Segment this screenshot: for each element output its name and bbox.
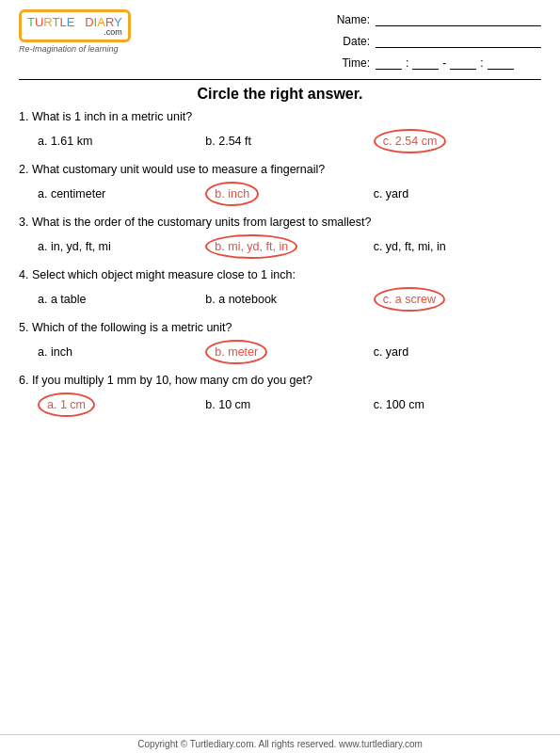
question-1-option-a: a. 1.61 km [38, 135, 205, 148]
question-5-options: a. inchb. meterc. yard [19, 340, 541, 364]
question-3-text: 3. What is the order of the customary un… [19, 216, 541, 229]
option-label-1-a: a. 1.61 km [38, 135, 92, 148]
circled-answer-1: c. 2.54 cm [374, 129, 447, 153]
question-5-text: 5. Which of the following is a metric un… [19, 321, 541, 334]
date-row: Date: [334, 31, 541, 53]
question-4-option-c: c. a screw [374, 287, 541, 312]
time-blank-1 [376, 56, 402, 70]
question-5-option-c: c. yard [374, 345, 541, 359]
question-2-options: a. centimeterb. inchc. yard [19, 182, 541, 206]
option-label-5-c: c. yard [374, 345, 409, 359]
question-2: 2. What customary unit would use to meas… [19, 163, 541, 206]
option-label-3-c: c. yd, ft, mi, in [374, 240, 446, 253]
question-6-options: a. 1 cmb. 10 cmc. 100 cm [19, 393, 541, 417]
question-4-option-a: a. a table [38, 293, 205, 306]
date-label: Date: [334, 31, 370, 53]
header-divider [19, 79, 541, 80]
logo-tagline: Re-Imagination of learning [19, 44, 169, 54]
name-fields: Name: Date: Time: : - : [334, 9, 541, 73]
option-label-2-c: c. yard [374, 187, 409, 200]
question-6-option-c: c. 100 cm [374, 398, 541, 411]
question-1: 1. What is 1 inch in a metric unit?a. 1.… [19, 110, 541, 153]
question-6-option-b: b. 10 cm [205, 398, 373, 411]
question-4-options: a. a tableb. a notebookc. a screw [19, 287, 541, 312]
question-5-option-b: b. meter [205, 340, 373, 364]
question-6: 6. If you multiply 1 mm by 10, how many … [19, 374, 541, 417]
option-label-4-a: a. a table [38, 293, 86, 306]
question-3-options: a. in, yd, ft, mib. mi, yd, ft, inc. yd,… [19, 234, 541, 259]
question-2-option-c: c. yard [374, 187, 541, 200]
question-1-text: 1. What is 1 inch in a metric unit? [19, 110, 541, 123]
logo-area: TURTLE DIARY .com Re-Imagination of lear… [19, 9, 169, 54]
question-6-text: 6. If you multiply 1 mm by 10, how many … [19, 374, 541, 387]
option-label-3-a: a. in, yd, ft, mi [38, 240, 111, 253]
question-4: 4. Select which object might measure clo… [19, 268, 541, 312]
question-1-option-c: c. 2.54 cm [374, 129, 541, 153]
date-line [376, 35, 541, 48]
question-6-option-a: a. 1 cm [38, 393, 205, 417]
option-label-4-b: b. a notebook [205, 293, 277, 306]
time-row: Time: : - : [334, 53, 541, 74]
option-label-2-a: a. centimeter [38, 187, 105, 200]
question-1-option-b: b. 2.54 ft [205, 135, 373, 148]
question-5: 5. Which of the following is a metric un… [19, 321, 541, 364]
circled-answer-4: c. a screw [374, 287, 445, 312]
question-3-option-b: b. mi, yd, ft, in [205, 234, 373, 259]
option-label-5-a: a. inch [38, 345, 72, 359]
circled-answer-5: b. meter [205, 340, 267, 364]
option-label-6-c: c. 100 cm [374, 398, 424, 411]
page: TURTLE DIARY .com Re-Imagination of lear… [0, 0, 560, 753]
footer: Copyright © Turtlediary.com. All rights … [0, 734, 560, 753]
header: TURTLE DIARY .com Re-Imagination of lear… [19, 9, 541, 73]
option-label-1-b: b. 2.54 ft [205, 135, 251, 148]
circled-answer-2: b. inch [205, 182, 259, 206]
question-4-text: 4. Select which object might measure clo… [19, 268, 541, 281]
question-3: 3. What is the order of the customary un… [19, 216, 541, 259]
question-3-option-a: a. in, yd, ft, mi [38, 240, 205, 253]
name-label: Name: [334, 9, 370, 31]
question-2-option-a: a. centimeter [38, 187, 205, 200]
name-line [376, 13, 541, 26]
question-4-option-b: b. a notebook [205, 293, 373, 306]
question-2-text: 2. What customary unit would use to meas… [19, 163, 541, 176]
question-3-option-c: c. yd, ft, mi, in [374, 240, 541, 253]
time-label: Time: [334, 53, 370, 74]
option-label-6-b: b. 10 cm [205, 398, 250, 411]
logo-box: TURTLE DIARY .com [19, 9, 131, 42]
time-blank-2 [412, 56, 439, 70]
question-2-option-b: b. inch [205, 182, 373, 206]
question-1-options: a. 1.61 kmb. 2.54 ftc. 2.54 cm [19, 129, 541, 153]
name-row: Name: [334, 9, 541, 31]
circled-answer-3: b. mi, yd, ft, in [205, 234, 297, 259]
question-5-option-a: a. inch [38, 345, 205, 359]
time-blank-3 [450, 56, 476, 70]
time-blank-4 [488, 56, 514, 70]
circled-answer-6: a. 1 cm [38, 393, 95, 417]
time-blanks: : - : [376, 53, 514, 74]
main-title: Circle the right answer. [19, 86, 541, 103]
questions-container: 1. What is 1 inch in a metric unit?a. 1.… [19, 110, 541, 417]
